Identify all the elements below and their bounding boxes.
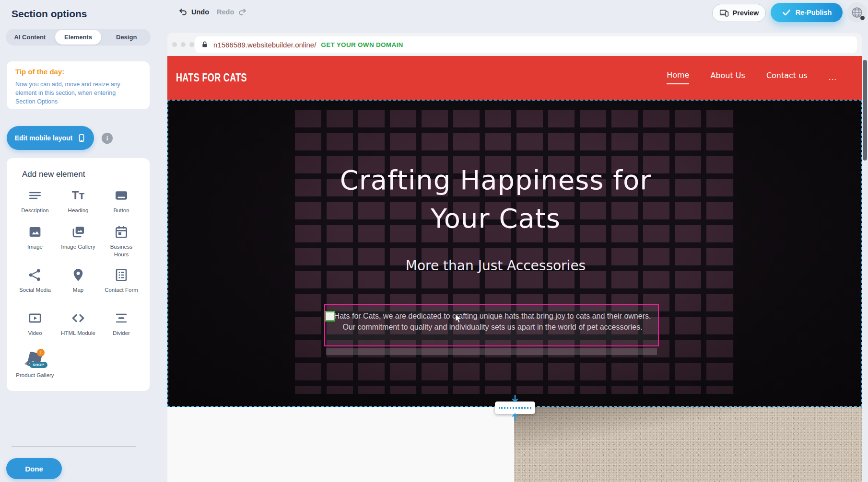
add-element-contact-form[interactable]: Contact Form: [100, 267, 143, 310]
add-element-button[interactable]: Button: [100, 188, 143, 224]
browser-chrome-bar: n1566589.websitebuilder.online/ GET YOUR…: [167, 33, 862, 56]
edit-mobile-layout-button[interactable]: Edit mobile layout: [7, 126, 94, 150]
site-header: HATS FOR CATS Home About Us Contact us .…: [167, 56, 862, 100]
arrow-down-icon: [512, 395, 518, 402]
page-title: Section options: [12, 8, 87, 20]
html-module-icon: [70, 310, 86, 326]
hero-paragraph-line2: Our commitment to quality and individual…: [327, 321, 658, 333]
site-logo[interactable]: HATS FOR CATS: [176, 71, 247, 84]
hero-text-block: Crafting Happiness for Your Cats More th…: [167, 100, 824, 407]
tab-elements[interactable]: Elements: [55, 30, 102, 45]
element-label: Divider: [102, 329, 141, 337]
upgrade-arrow-badge: ↑: [37, 349, 45, 356]
nav-home[interactable]: Home: [667, 70, 689, 84]
undo-label: Undo: [191, 8, 209, 16]
sidebar-divider: [12, 447, 136, 447]
add-new-element-card: Add new element Description Tт Heading B…: [7, 158, 150, 391]
contact-form-icon: [114, 267, 129, 283]
nav-about-us[interactable]: About Us: [710, 71, 745, 84]
element-label: Description: [16, 207, 54, 214]
done-button[interactable]: Done: [6, 458, 62, 479]
redo-label: Redo: [217, 8, 234, 16]
social-media-icon: [27, 267, 43, 283]
get-your-own-domain-link[interactable]: GET YOUR OWN DOMAIN: [321, 41, 403, 48]
element-label: Contact Form: [102, 286, 141, 294]
element-label: Social Media: [16, 286, 54, 294]
element-label: Image Gallery: [59, 243, 97, 251]
add-element-image-gallery[interactable]: Image Gallery: [57, 224, 100, 267]
hero-heading-line2: Your Cats: [167, 199, 824, 238]
url-bar[interactable]: n1566589.websitebuilder.online/ GET YOUR…: [195, 36, 857, 53]
info-icon[interactable]: i: [102, 133, 113, 144]
add-element-business-hours[interactable]: Business Hours: [100, 224, 143, 267]
add-element-image[interactable]: Image: [13, 224, 57, 267]
element-label: Image: [16, 243, 54, 251]
video-icon: [27, 310, 43, 326]
element-label: Button: [102, 207, 141, 214]
tip-of-the-day-card: Tip of the day: Now you can add, move an…: [7, 61, 150, 109]
republish-button[interactable]: Re-Publish: [771, 3, 843, 22]
hero-section[interactable]: Crafting Happiness for Your Cats More th…: [167, 100, 862, 407]
add-element-heading[interactable]: Tт Heading: [57, 188, 100, 224]
redo-button[interactable]: Redo: [217, 7, 247, 17]
element-label: Product Gallery: [16, 371, 54, 379]
resize-dashed-line: [499, 407, 531, 409]
add-element-social-media[interactable]: Social Media: [13, 267, 57, 310]
hero-heading[interactable]: Crafting Happiness for Your Cats: [167, 161, 824, 238]
tab-ai-content[interactable]: AI Content: [7, 30, 53, 45]
hero-subheading[interactable]: More than Just Accessories: [167, 258, 824, 274]
image-icon: [27, 224, 43, 240]
section-options-panel: Section options AI Content Elements Desi…: [0, 0, 156, 482]
tip-body: Now you can add, move and resize any ele…: [15, 80, 137, 106]
business-hours-icon: [114, 224, 129, 240]
element-label: Heading: [59, 207, 97, 214]
preview-scrollbar[interactable]: [863, 60, 867, 161]
arrow-up-icon: [512, 413, 518, 421]
undo-button[interactable]: Undo: [178, 7, 209, 17]
divider-icon: [114, 310, 129, 326]
button-icon: [114, 188, 129, 203]
panel-tabs: AI Content Elements Design: [6, 29, 151, 46]
next-section-background: [167, 407, 514, 482]
next-section-image: [514, 407, 862, 482]
description-icon: [27, 188, 43, 203]
add-element-video[interactable]: Video: [13, 310, 57, 352]
site-preview-frame: n1566589.websitebuilder.online/ GET YOUR…: [167, 33, 862, 482]
nav-more-button[interactable]: ...: [829, 73, 837, 82]
tip-heading: Tip of the day:: [15, 68, 141, 76]
edit-mobile-label: Edit mobile layout: [15, 134, 73, 142]
republish-label: Re-Publish: [796, 9, 832, 16]
browser-dots: [172, 42, 194, 47]
nav-contact-us[interactable]: Contact us: [766, 71, 808, 84]
tab-design[interactable]: Design: [103, 30, 150, 45]
element-label: HTML Module: [59, 329, 97, 337]
undo-icon: [178, 7, 188, 17]
add-element-heading: Add new element: [22, 170, 143, 179]
image-gallery-icon: [70, 224, 86, 240]
add-element-description[interactable]: Description: [13, 188, 57, 224]
product-gallery-icon: ↑ SHOP: [24, 352, 46, 368]
redo-icon: [237, 7, 247, 17]
site-nav: Home About Us Contact us ...: [667, 70, 837, 84]
selected-text-element[interactable]: Hats for Cats, we are dedicated to craft…: [324, 304, 659, 346]
hero-paragraph: Hats for Cats, we are dedicated to craft…: [327, 310, 658, 333]
element-grid: Description Tт Heading Button Image Imag…: [13, 188, 143, 398]
preview-label: Preview: [733, 9, 759, 17]
text-element-ghost-row: [326, 348, 657, 355]
globe-badge: [860, 16, 865, 20]
add-element-divider[interactable]: Divider: [100, 310, 143, 352]
add-element-html-module[interactable]: HTML Module: [57, 310, 100, 352]
language-globe-button[interactable]: [847, 2, 867, 23]
check-icon: [782, 8, 791, 17]
mobile-phone-icon: [77, 134, 86, 142]
section-resize-handle[interactable]: [495, 402, 535, 414]
add-element-product-gallery[interactable]: ↑ SHOP Product Gallery: [13, 352, 57, 398]
lock-icon: [201, 41, 209, 48]
shop-badge: SHOP: [29, 362, 47, 368]
map-pin-icon: [70, 267, 86, 283]
preview-button[interactable]: Preview: [712, 4, 766, 22]
element-label: Business Hours: [102, 243, 141, 258]
element-label: Map: [59, 286, 97, 294]
add-element-map[interactable]: Map: [57, 267, 100, 310]
hero-heading-line1: Crafting Happiness for: [167, 161, 824, 199]
